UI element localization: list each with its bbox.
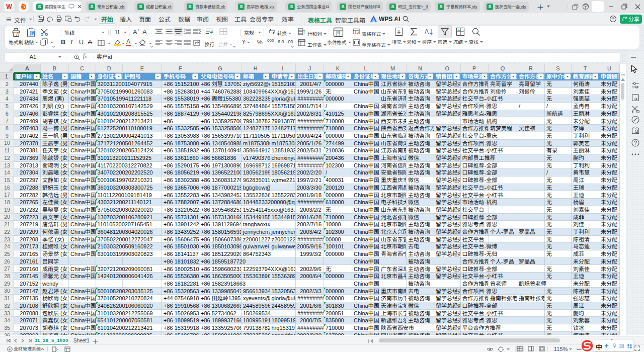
svg-text:A: A	[425, 28, 429, 35]
